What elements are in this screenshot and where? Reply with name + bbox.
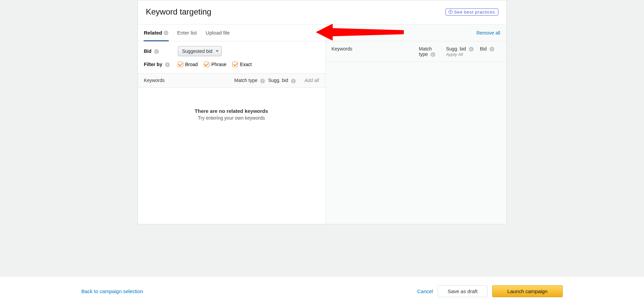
keyword-targeting-card: Keyword targeting ? See best practices R… — [138, 0, 507, 224]
right-header: 0 added Remove all — [326, 24, 506, 41]
rcol-mt-l2: type — [419, 52, 428, 57]
rcol-bid: Bid i — [480, 46, 500, 52]
tab-related[interactable]: Related i — [144, 24, 168, 41]
rcol-bid-label: Bid — [480, 46, 487, 52]
card-header: Keyword targeting ? See best practices — [138, 0, 506, 24]
rcol-sb-label: Sugg. bid — [446, 46, 466, 52]
empty-title: There are no related keywords — [195, 108, 268, 114]
save-draft-button[interactable]: Save as draft — [438, 285, 487, 297]
checkbox-label: Broad — [185, 62, 198, 67]
empty-state: There are no related keywords Try enteri… — [138, 88, 325, 224]
filter-label-text: Filter by — [144, 62, 162, 67]
col-sugg-bid-label: Sugg. bid — [268, 78, 288, 83]
see-best-practices-link[interactable]: ? See best practices — [445, 8, 498, 16]
checkbox-icon — [232, 62, 238, 67]
bid-dropdown[interactable]: Suggested bid — [178, 46, 222, 56]
dropdown-value: Suggested bid — [182, 48, 213, 54]
filter-exact[interactable]: Exact — [232, 62, 252, 67]
footer-bar: Back to campaign selection Cancel Save a… — [0, 276, 644, 306]
chevron-down-icon — [216, 50, 219, 52]
rcol-keywords: Keywords — [332, 46, 419, 52]
col-match-type-label: Match type — [234, 78, 257, 83]
tab-label: Upload file — [206, 30, 230, 36]
info-icon: i — [431, 52, 435, 57]
add-all-link[interactable]: Add all — [302, 78, 319, 83]
page-title: Keyword targeting — [146, 7, 211, 17]
info-icon: i — [165, 62, 170, 67]
info-icon: i — [469, 47, 474, 52]
checkbox-icon — [204, 62, 209, 67]
remove-all-link[interactable]: Remove all — [476, 30, 500, 36]
left-list-header: Keywords Match type i Sugg. bid i Add al… — [138, 74, 325, 87]
col-sugg-bid: Sugg. bid i — [268, 78, 302, 83]
launch-campaign-button[interactable]: Launch campaign — [492, 285, 563, 297]
tab-upload-file[interactable]: Upload file — [206, 24, 230, 41]
rcol-mt-l1: Match — [419, 46, 432, 52]
apply-all-link[interactable]: Apply All — [446, 52, 463, 57]
checkbox-icon — [178, 62, 183, 67]
rcol-sugg-bid: Sugg. bid i Apply All — [446, 46, 480, 57]
bid-label: Bid i — [144, 48, 178, 54]
left-panel: Related i Enter list Upload file Bid i — [138, 24, 326, 224]
right-panel: 0 added Remove all Keywords Match type i… — [326, 24, 506, 224]
panels-row: Related i Enter list Upload file Bid i — [138, 24, 506, 224]
controls-area: Bid i Suggested bid Filter by i — [138, 41, 325, 74]
info-icon: i — [154, 49, 159, 54]
filter-label: Filter by i — [144, 62, 178, 67]
help-icon: ? — [449, 10, 453, 14]
best-practices-label: See best practices — [454, 9, 495, 15]
info-icon: i — [260, 79, 265, 83]
right-columns: Keywords Match type i Sugg. bid i Apply … — [326, 41, 506, 62]
added-count: 0 added — [332, 30, 351, 36]
tab-enter-list[interactable]: Enter list — [177, 24, 197, 41]
empty-subtitle: Try entering your own keywords — [198, 115, 265, 121]
back-to-campaign-link[interactable]: Back to campaign selection — [81, 288, 143, 294]
info-icon: i — [164, 30, 168, 35]
filter-row: Filter by i Broad Phrase Exact — [144, 62, 319, 67]
filter-phrase[interactable]: Phrase — [204, 62, 226, 67]
footer-actions: Cancel Save as draft Launch campaign — [417, 285, 563, 297]
info-icon: i — [291, 79, 296, 83]
rcol-match-type: Match type i — [419, 46, 446, 57]
bid-row: Bid i Suggested bid — [144, 46, 319, 56]
tab-label: Enter list — [177, 30, 197, 36]
tab-label: Related — [144, 30, 162, 36]
right-empty-area — [326, 62, 506, 224]
bid-label-text: Bid — [144, 48, 152, 54]
checkbox-label: Phrase — [211, 62, 226, 67]
checkbox-label: Exact — [240, 62, 252, 67]
info-icon: i — [490, 47, 494, 52]
col-match-type: Match type i — [234, 78, 268, 83]
cancel-link[interactable]: Cancel — [417, 288, 433, 294]
filter-broad[interactable]: Broad — [178, 62, 198, 67]
tab-bar: Related i Enter list Upload file — [138, 24, 325, 41]
col-keywords: Keywords — [144, 78, 234, 83]
